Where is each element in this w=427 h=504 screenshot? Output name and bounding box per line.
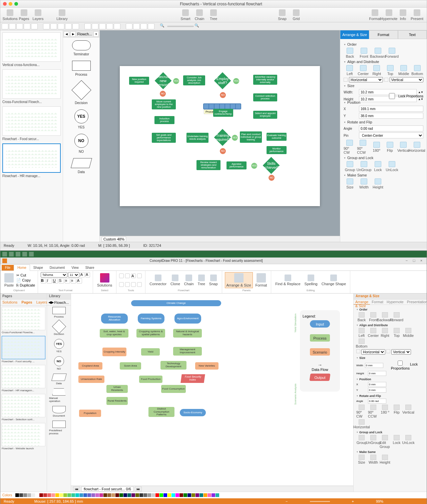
tab-text[interactable]: Text <box>398 30 427 39</box>
page-thumbnail[interactable] <box>2 69 61 99</box>
color-swatch[interactable] <box>143 493 147 497</box>
zoom-icon[interactable] <box>14 2 18 6</box>
flowchart-node[interactable]: Undertake training needs analysis <box>186 133 208 143</box>
cut-button[interactable]: ✂ Cut <box>16 273 35 278</box>
flowchart-node[interactable]: Technology Development <box>160 361 186 370</box>
color-swatch[interactable] <box>171 493 175 497</box>
distribute-horiz-select[interactable]: Horizontal <box>349 77 383 82</box>
flowchart-node[interactable]: Food Security Index <box>180 374 205 383</box>
drawing-canvas[interactable]: Legend: InputProcessScenario→Data FlowOu… <box>74 297 350 482</box>
rapiddraw-shape-icon[interactable] <box>209 104 214 109</box>
lib-dropdown-icon[interactable]: ▾ <box>93 31 99 37</box>
font-shrink-icon[interactable]: A <box>85 272 90 278</box>
flowchart-node[interactable]: Appraise performance <box>227 161 247 169</box>
flowchart-node[interactable]: Population <box>79 410 101 417</box>
color-swatch[interactable] <box>75 493 79 497</box>
bottom-button[interactable]: Bottom <box>356 339 367 348</box>
close-icon[interactable]: × <box>418 259 425 263</box>
lib-next-icon[interactable]: ▶ <box>70 31 76 37</box>
library-shape-no[interactable]: NONO <box>49 356 69 370</box>
inspector-tab-format[interactable]: Format <box>370 300 385 305</box>
width-input[interactable] <box>365 363 383 368</box>
flowchart-node[interactable]: Resources Allocation <box>101 314 128 324</box>
ungroup-button[interactable]: UnGroup <box>368 435 379 449</box>
color-swatch[interactable] <box>99 493 103 497</box>
font-size-select[interactable]: 11 <box>68 272 79 278</box>
color-swatch[interactable] <box>167 493 171 497</box>
forward-button[interactable]: Forward <box>386 48 398 58</box>
page-tab-nav-icon[interactable]: ⏮ <box>73 487 80 491</box>
chain-button[interactable]: Chain <box>192 8 206 22</box>
flowchart-node[interactable]: Food Consumption <box>161 385 186 393</box>
-button[interactable]: 180º <box>370 142 382 152</box>
hypernote-button[interactable]: Hypernote <box>382 8 396 22</box>
unlock-button[interactable]: UnLock <box>386 161 398 172</box>
flowchart-node[interactable]: New Varieties <box>195 362 219 370</box>
align-header[interactable]: Align and Distribute <box>356 324 424 327</box>
cw-button[interactable]: 90º CW <box>344 140 356 154</box>
changeshape-button[interactable]: Change Shape <box>320 274 347 287</box>
flowchart-node[interactable]: Urbanization Rate <box>78 376 104 383</box>
ribbon-tab-view[interactable]: View <box>68 265 82 271</box>
flowchart-node[interactable]: Induction process <box>154 116 174 124</box>
rapiddraw-shape-icon[interactable] <box>204 104 208 109</box>
snap-button[interactable]: Snap <box>208 274 219 287</box>
grid-button[interactable]: Grid <box>289 8 303 22</box>
zoom-out-icon[interactable]: − <box>286 499 288 503</box>
flowchart-node[interactable]: Skills achieved? <box>263 157 280 174</box>
flowchart-node[interactable]: Consider Job analysis Job description <box>183 75 205 85</box>
size-button[interactable]: Size <box>356 455 367 464</box>
color-swatch[interactable] <box>107 493 111 497</box>
bottom-button[interactable]: Bottom <box>411 65 424 76</box>
tree-button[interactable]: Tree <box>206 8 221 22</box>
rapiddraw-shape-icon[interactable] <box>236 104 241 109</box>
arc-tool-icon[interactable] <box>125 282 130 287</box>
align-tool-icon[interactable] <box>92 23 98 29</box>
distribute-horiz-select[interactable]: Horizontal <box>361 349 385 355</box>
zoom-slider[interactable] <box>310 501 330 502</box>
color-swatch[interactable] <box>63 493 67 497</box>
inspector-tab-arrangesize[interactable]: Arrange & Size <box>354 300 370 305</box>
paint-tool-icon[interactable] <box>148 23 154 29</box>
ccw-button[interactable]: 90º CCW <box>368 405 379 418</box>
zoom-level[interactable]: Custom 48% <box>102 236 126 242</box>
color-swatch[interactable] <box>71 493 75 497</box>
flowchart-node[interactable]: Natural & biological hazards <box>173 329 202 338</box>
pen-tool-icon[interactable] <box>58 23 64 29</box>
qat-print-icon[interactable] <box>29 252 34 257</box>
line-tool-icon[interactable] <box>31 23 38 29</box>
connector-arc-icon[interactable] <box>50 23 57 29</box>
pen-tool-icon[interactable] <box>131 282 136 287</box>
align-left-icon[interactable]: ≡ <box>65 278 70 284</box>
top-button[interactable]: Top <box>391 328 402 338</box>
size-header[interactable]: Size <box>344 84 423 88</box>
solutions-button[interactable]: Solutions <box>3 8 17 22</box>
flowchart-node[interactable]: Evaluate training outcome <box>267 133 287 141</box>
color-swatch[interactable] <box>187 493 191 497</box>
page-thumbnail[interactable] <box>2 336 45 359</box>
tree-button[interactable]: Tree <box>196 274 206 287</box>
library-shape-process[interactable]: Process <box>49 307 69 318</box>
rapiddraw-shape-icon[interactable] <box>225 104 230 109</box>
color-swatch[interactable] <box>67 493 71 497</box>
flowchart-node[interactable]: Food Production <box>139 376 162 383</box>
same-header[interactable]: Make Same <box>344 173 423 177</box>
flip-button[interactable]: Flip <box>391 405 402 418</box>
color-swatch[interactable] <box>59 493 63 497</box>
flowchart-node[interactable]: Rural Residents <box>106 397 128 405</box>
color-swatch[interactable] <box>115 493 119 497</box>
x-input[interactable] <box>359 106 423 112</box>
align-center-icon[interactable]: ≡ <box>71 278 76 284</box>
font-name-select[interactable]: Tahoma <box>41 272 67 278</box>
undo-icon[interactable] <box>84 23 91 29</box>
flowchart-node[interactable]: Cropping Intensity <box>102 348 126 356</box>
angle-input[interactable] <box>368 399 386 404</box>
distribute-vert-select[interactable]: Vertical <box>390 77 424 82</box>
horizontal-button[interactable]: Horizontal <box>356 419 367 429</box>
flowchart-node[interactable]: Urban Residents <box>106 385 128 393</box>
color-swatch[interactable] <box>95 493 99 497</box>
page-thumbnail[interactable] <box>2 143 61 173</box>
color-swatch[interactable] <box>179 493 183 497</box>
color-swatch[interactable] <box>51 493 55 497</box>
library-shape-manual-operation[interactable]: Manual operation <box>49 388 69 403</box>
